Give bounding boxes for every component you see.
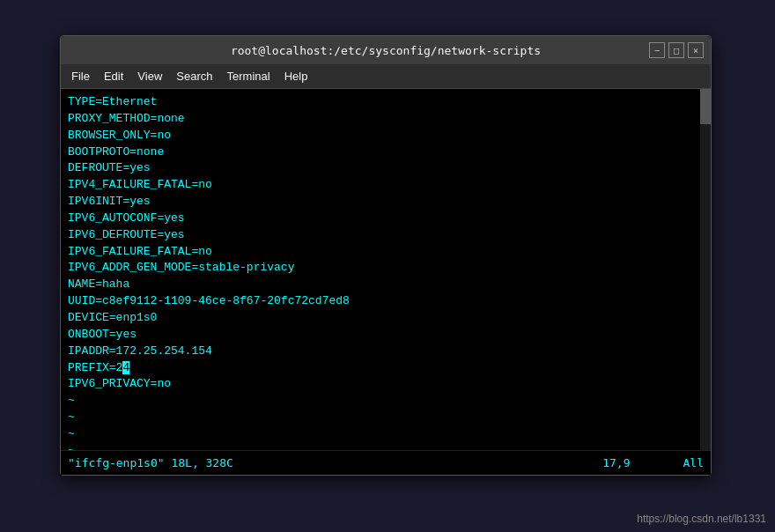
terminal-lines: TYPE=Ethernet PROXY_METHOD=none BROWSER_…: [68, 94, 704, 450]
url-label: https://blog.csdn.net/lb1331: [637, 513, 766, 525]
menu-bar: File Edit View Search Terminal Help: [61, 64, 711, 89]
line-6: IPV4_FAILURE_FATAL=no: [68, 177, 704, 194]
window-controls: − □ ×: [649, 42, 704, 58]
title-bar: root@localhost:/etc/sysconfig/network-sc…: [61, 36, 711, 64]
cursor: 4: [122, 361, 129, 374]
line-16: IPADDR=172.25.254.154: [68, 344, 704, 360]
status-bar: "ifcfg-enp1s0" 18L, 328C 17,9 All: [61, 450, 711, 475]
line-5: DEFROUTE=yes: [68, 160, 704, 177]
line-1: TYPE=Ethernet: [68, 94, 704, 111]
line-12: NAME=haha: [68, 277, 704, 293]
menu-help[interactable]: Help: [277, 68, 315, 85]
line-14: DEVICE=enp1s0: [68, 310, 704, 327]
line-tilde-4: ~: [68, 443, 704, 450]
line-4: BOOTPROTO=none: [68, 144, 704, 161]
line-13: UUID=c8ef9112-1109-46ce-8f67-20fc72cd7ed…: [68, 293, 704, 310]
line-7: IPV6INIT=yes: [68, 194, 704, 211]
line-15: ONBOOT=yes: [68, 327, 704, 344]
maximize-button[interactable]: □: [668, 42, 684, 58]
line-tilde-3: ~: [68, 426, 704, 443]
line-18: IPV6_PRIVACY=no: [68, 376, 704, 393]
line-2: PROXY_METHOD=none: [68, 111, 704, 128]
scrollbar-thumb[interactable]: [700, 89, 711, 124]
line-8: IPV6_AUTOCONF=yes: [68, 211, 704, 227]
menu-search[interactable]: Search: [169, 68, 219, 85]
window-title: root@localhost:/etc/sysconfig/network-sc…: [231, 44, 541, 57]
menu-file[interactable]: File: [64, 68, 97, 85]
line-9: IPV6_DEFROUTE=yes: [68, 227, 704, 244]
minimize-button[interactable]: −: [649, 42, 665, 58]
scrollbar[interactable]: [700, 89, 711, 450]
status-filename: "ifcfg-enp1s0" 18L, 328C: [68, 456, 602, 469]
terminal-window: root@localhost:/etc/sysconfig/network-sc…: [60, 35, 712, 476]
line-10: IPV6_FAILURE_FATAL=no: [68, 244, 704, 261]
menu-edit[interactable]: Edit: [97, 68, 130, 85]
line-tilde-2: ~: [68, 410, 704, 426]
status-position: 17,9: [602, 456, 630, 469]
line-tilde-1: ~: [68, 393, 704, 410]
line-17: PREFIX=24: [68, 360, 704, 377]
line-11: IPV6_ADDR_GEN_MODE=stable-privacy: [68, 260, 704, 277]
menu-terminal[interactable]: Terminal: [220, 68, 277, 85]
menu-view[interactable]: View: [130, 68, 169, 85]
status-scroll: All: [683, 456, 704, 469]
terminal-content[interactable]: TYPE=Ethernet PROXY_METHOD=none BROWSER_…: [61, 89, 711, 450]
line-3: BROWSER_ONLY=no: [68, 128, 704, 144]
bottom-bar: https://blog.csdn.net/lb1331: [0, 506, 775, 532]
close-button[interactable]: ×: [688, 42, 704, 58]
